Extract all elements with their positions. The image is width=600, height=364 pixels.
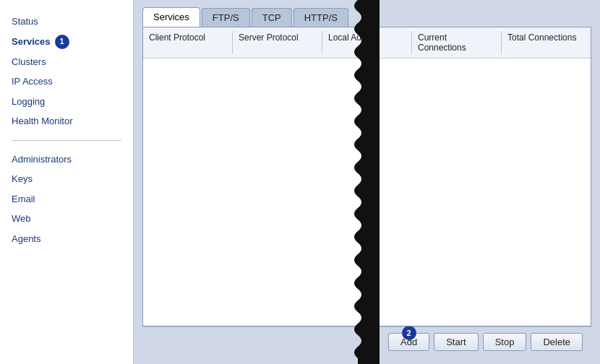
sidebar-item-label-agents: Agents [12, 232, 40, 246]
tab-https[interactable]: HTTP/S [293, 8, 348, 27]
sidebar-item-keys[interactable]: Keys [0, 169, 133, 189]
col-current-connections: Current Connections [412, 31, 502, 54]
content-panel: Client ProtocolServer ProtocolLocal Addr… [142, 27, 591, 326]
col-client-protocol: Client Protocol [143, 31, 233, 54]
sidebar-item-label-logging: Logging [12, 95, 45, 109]
table-body [143, 58, 591, 326]
sidebar: StatusServices1ClustersIP AccessLoggingH… [0, 0, 134, 364]
add-button-badge: 2 [402, 326, 416, 340]
sidebar-item-agents[interactable]: Agents [0, 229, 133, 249]
sidebar-item-label-clusters: Clusters [12, 55, 46, 69]
sidebar-divider-1 [12, 140, 121, 141]
sidebar-item-web[interactable]: Web [0, 209, 133, 229]
sidebar-item-status[interactable]: Status [0, 12, 133, 32]
sidebar-item-health-monitor[interactable]: Health Monitor [0, 111, 133, 131]
col-total-connections: Total Connections [502, 31, 591, 54]
sidebar-item-label-administrators: Administrators [12, 152, 72, 167]
sidebar-item-services[interactable]: Services1 [0, 32, 133, 52]
sidebar-item-label-web: Web [12, 212, 31, 226]
sidebar-badge-services: 1 [55, 35, 69, 49]
sidebar-section-access: AdministratorsKeysEmailWebAgents [0, 145, 133, 254]
sidebar-item-label-status: Status [12, 14, 38, 29]
add-button-wrapper: 2 Add [388, 333, 429, 351]
sidebar-item-clusters[interactable]: Clusters [0, 52, 133, 72]
sidebar-item-label-ip-access: IP Access [12, 74, 53, 89]
tab-services[interactable]: Services [142, 7, 200, 27]
main-content: ServicesFTP/STCPHTTP/S Client ProtocolSe… [134, 0, 600, 364]
sidebar-item-ip-access[interactable]: IP Access [0, 72, 133, 92]
tab-ftps[interactable]: FTP/S [202, 8, 250, 27]
start-button[interactable]: Start [434, 333, 478, 351]
sidebar-item-label-keys: Keys [12, 172, 33, 186]
bottom-toolbar: 2 Add Start Stop Delete [142, 326, 591, 357]
table-header: Client ProtocolServer ProtocolLocal Addr… [143, 27, 591, 58]
sidebar-item-label-email: Email [12, 192, 35, 207]
stop-button[interactable]: Stop [483, 333, 527, 351]
col-server-protocol: Server Protocol [233, 31, 322, 54]
sidebar-item-label-services: Services [12, 35, 51, 49]
tab-bar: ServicesFTP/STCPHTTP/S [142, 7, 591, 27]
sidebar-item-logging[interactable]: Logging [0, 92, 133, 112]
col-local-addr: Local Addr [322, 31, 412, 54]
sidebar-section-main: StatusServices1ClustersIP AccessLoggingH… [0, 7, 133, 136]
tab-tcp[interactable]: TCP [252, 8, 292, 27]
sidebar-item-email[interactable]: Email [0, 189, 133, 209]
sidebar-item-administrators[interactable]: Administrators [0, 150, 133, 170]
sidebar-item-label-health-monitor: Health Monitor [12, 114, 73, 129]
delete-button[interactable]: Delete [531, 333, 583, 351]
